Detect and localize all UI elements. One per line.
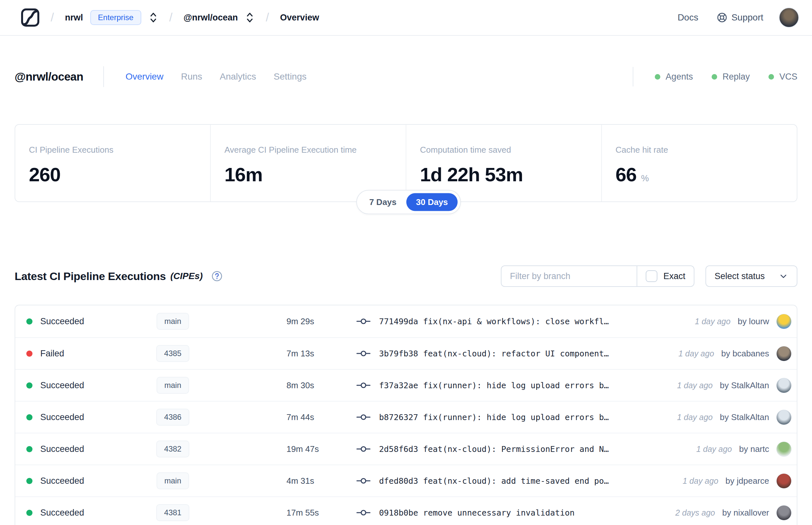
plan-badge: Enterprise — [90, 10, 141, 25]
cipe-section-title: Latest CI Pipeline Executions — [15, 270, 166, 283]
status-cell: Failed — [15, 349, 142, 359]
branch-cell: 4385 — [142, 345, 204, 362]
author-avatar — [776, 378, 792, 393]
duration-cell: 4m 31s — [204, 476, 319, 486]
branch-badge: 4382 — [156, 440, 189, 457]
meta-cell: 1 day ago by nartc — [696, 441, 797, 457]
stat-number: 16m — [225, 163, 262, 186]
exact-label: Exact — [663, 271, 685, 281]
author: by StalkAltan — [720, 380, 769, 390]
range-option-7-days[interactable]: 7 Days — [359, 193, 406, 211]
table-row[interactable]: Succeeded main 9m 29s 771499da fix(nx-ap… — [15, 305, 797, 337]
exact-filter: Exact — [637, 266, 694, 286]
user-avatar[interactable] — [779, 7, 799, 28]
author-avatar — [776, 473, 792, 489]
stat-number: 1d 22h 53m — [420, 163, 523, 186]
status-select-label: Select status — [715, 271, 765, 281]
status-dot — [26, 446, 32, 452]
table-row[interactable]: Succeeded 4382 19m 47s 2d58f6d3 feat(nx-… — [15, 433, 797, 465]
git-commit-icon — [356, 412, 371, 422]
status-label: Succeeded — [40, 412, 84, 422]
branch-cell: main — [142, 472, 204, 489]
time-ago: 1 day ago — [695, 317, 731, 326]
branch-badge: main — [156, 377, 189, 394]
stat-label: Average CI Pipeline Execution time — [225, 145, 406, 155]
commit-cell: 2d58f6d3 feat(nx-cloud): PermissionError… — [319, 444, 696, 454]
integration-vcs[interactable]: VCS — [768, 72, 797, 82]
status-cell: Succeeded — [15, 316, 142, 327]
stat-value: 260 — [29, 163, 210, 186]
cipe-section-title-suffix: (CIPEs) — [170, 271, 203, 281]
nx-cloud-logo-icon[interactable] — [21, 8, 40, 27]
tab-overview[interactable]: Overview — [125, 72, 163, 82]
time-ago: 1 day ago — [677, 381, 713, 390]
branch-badge: 4386 — [156, 409, 189, 425]
stat-number: 66 — [615, 163, 637, 186]
status-select-dropdown[interactable]: Select status — [705, 266, 797, 287]
integration-agents[interactable]: Agents — [655, 72, 693, 82]
status-cell: Succeeded — [15, 412, 142, 422]
org-selector-chevrons-icon[interactable] — [149, 11, 158, 24]
workspace-tabs: Overview Runs Analytics Settings — [125, 72, 306, 82]
commit-message: 3b79fb38 feat(nx-cloud): refactor UI com… — [379, 349, 609, 358]
cipe-table: Succeeded main 9m 29s 771499da fix(nx-ap… — [15, 305, 797, 525]
commit-cell: b8726327 fix(runner): hide log upload er… — [319, 412, 677, 422]
support-link[interactable]: Support — [717, 12, 763, 23]
stat-value: 1d 22h 53m — [420, 163, 601, 186]
lifebuoy-icon — [717, 12, 727, 23]
workspace-selector-chevrons-icon[interactable] — [245, 11, 255, 24]
branch-badge: 4385 — [156, 345, 189, 362]
duration-cell: 7m 13s — [204, 349, 319, 359]
status-label: Succeeded — [40, 444, 84, 454]
author-avatar — [776, 505, 792, 521]
duration-cell: 19m 47s — [204, 444, 319, 454]
author: by bcabanes — [721, 349, 769, 359]
git-commit-icon — [356, 380, 371, 390]
date-range-toggle: 7 Days 30 Days — [356, 190, 461, 214]
branch-filter-input[interactable] — [502, 266, 637, 286]
status-cell: Succeeded — [15, 444, 142, 454]
duration-cell: 17m 55s — [204, 508, 319, 518]
status-cell: Succeeded — [15, 476, 142, 486]
commit-cell: 3b79fb38 feat(nx-cloud): refactor UI com… — [319, 349, 678, 358]
commit-message: dfed80d3 feat(nx-cloud): add time-saved … — [379, 476, 609, 486]
breadcrumb-org[interactable]: nrwl — [65, 13, 83, 23]
table-row[interactable]: Succeeded main 4m 31s dfed80d3 feat(nx-c… — [15, 465, 797, 496]
branch-badge: main — [156, 313, 189, 330]
table-row[interactable]: Succeeded 4381 17m 55s 0918b0be remove u… — [15, 496, 797, 525]
stat-suffix: % — [641, 174, 649, 183]
table-row[interactable]: Failed 4385 7m 13s 3b79fb38 feat(nx-clou… — [15, 337, 797, 369]
commit-message: b8726327 fix(runner): hide log upload er… — [379, 412, 609, 422]
docs-link[interactable]: Docs — [677, 12, 698, 23]
commit-message: 0918b0be remove unnecessary invalidation — [379, 508, 574, 518]
table-row[interactable]: Succeeded main 8m 30s f37a32ae fix(runne… — [15, 369, 797, 401]
branch-cell: 4382 — [142, 440, 204, 457]
tab-analytics[interactable]: Analytics — [220, 72, 256, 82]
integration-status-list: Agents Replay VCS — [633, 67, 797, 86]
meta-cell: 2 days ago by nixallover — [675, 505, 797, 521]
table-row[interactable]: Succeeded 4386 7m 44s b8726327 fix(runne… — [15, 401, 797, 433]
stat-card: Cache hit rate 66 % — [601, 125, 797, 201]
meta-cell: 1 day ago by lourw — [695, 314, 797, 329]
status-label: Succeeded — [40, 316, 84, 327]
help-icon[interactable] — [211, 270, 223, 282]
author: by nartc — [739, 444, 769, 454]
breadcrumb-separator: / — [169, 11, 172, 24]
range-option-30-days[interactable]: 30 Days — [406, 193, 458, 211]
cipe-filters: Exact Select status — [501, 266, 797, 287]
exact-checkbox[interactable] — [646, 270, 657, 282]
breadcrumb-workspace[interactable]: @nrwl/ocean — [184, 13, 238, 23]
integration-status-dot — [711, 74, 717, 79]
workspace-title: @nrwl/ocean — [15, 70, 83, 83]
status-label: Succeeded — [40, 508, 84, 518]
integration-replay[interactable]: Replay — [711, 72, 750, 82]
breadcrumb-separator: / — [266, 11, 269, 24]
git-commit-icon — [356, 444, 371, 454]
author: by StalkAltan — [720, 412, 769, 422]
commit-cell: f37a32ae fix(runner): hide log upload er… — [319, 380, 677, 390]
integration-label: VCS — [779, 72, 797, 82]
status-cell: Succeeded — [15, 508, 142, 518]
tab-settings[interactable]: Settings — [274, 72, 307, 82]
author: by lourw — [738, 316, 769, 327]
tab-runs[interactable]: Runs — [181, 72, 202, 82]
